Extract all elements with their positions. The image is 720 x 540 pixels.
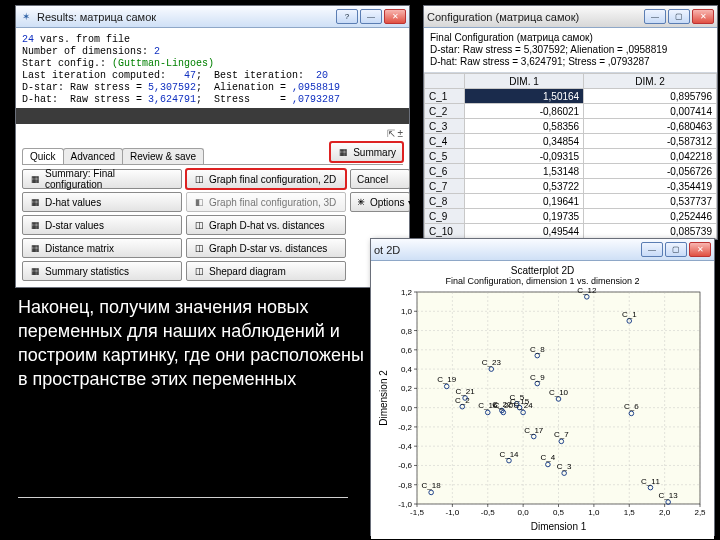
cell-dim2[interactable]: 0,007414	[584, 104, 717, 119]
svg-text:-0,8: -0,8	[398, 481, 412, 490]
cell-dim2[interactable]: -0,587312	[584, 134, 717, 149]
cell-dim2[interactable]: 0,252446	[584, 209, 717, 224]
distance-matrix-button[interactable]: ▦Distance matrix	[22, 238, 182, 258]
scatterplot-svg: -1,5-1,0-0,50,00,51,01,52,02,5-1,0-0,8-0…	[375, 288, 710, 534]
graph-dstar-button[interactable]: ◫Graph D-star vs. distances	[186, 238, 346, 258]
cell-dim2[interactable]: 0,537737	[584, 194, 717, 209]
row-header[interactable]: C_5	[425, 149, 465, 164]
minimize-button[interactable]: —	[360, 9, 382, 24]
row-header[interactable]: C_3	[425, 119, 465, 134]
cell-dim1[interactable]: -0,86021	[465, 104, 584, 119]
svg-text:C_6: C_6	[624, 402, 639, 411]
cell-dim1[interactable]: 0,53722	[465, 179, 584, 194]
row-header[interactable]: C_2	[425, 104, 465, 119]
table-row[interactable]: C_5-0,093150,042218	[425, 149, 717, 164]
svg-text:-1,5: -1,5	[410, 508, 424, 517]
column-header[interactable]: DIM. 1	[465, 74, 584, 89]
row-header[interactable]: C_8	[425, 194, 465, 209]
row-header[interactable]: C_10	[425, 224, 465, 239]
cell-dim2[interactable]: 0,042218	[584, 149, 717, 164]
cell-dim1[interactable]: 0,49544	[465, 224, 584, 239]
svg-text:0,5: 0,5	[553, 508, 565, 517]
svg-text:C_3: C_3	[557, 462, 572, 471]
close-button[interactable]: ✕	[689, 242, 711, 257]
column-header[interactable]	[425, 74, 465, 89]
column-header[interactable]: DIM. 2	[584, 74, 717, 89]
cancel-button[interactable]: Cancel	[350, 169, 410, 189]
caption-text: Наконец, получим значения новых переменн…	[18, 295, 368, 391]
graph-2d-button[interactable]: ◫Graph final configuration, 2D	[186, 169, 346, 189]
table-row[interactable]: C_61,53148-0,056726	[425, 164, 717, 179]
row-header[interactable]: C_4	[425, 134, 465, 149]
options-button[interactable]: ⛯Options ▾	[350, 192, 410, 212]
cell-dim1[interactable]: 0,58356	[465, 119, 584, 134]
cell-dim1[interactable]: 0,34854	[465, 134, 584, 149]
table-row[interactable]: C_11,501640,895796	[425, 89, 717, 104]
maximize-button[interactable]: ▢	[668, 9, 690, 24]
graph-3d-button[interactable]: ◧Graph final configuration, 3D	[186, 192, 346, 212]
chart-icon: ◫	[193, 243, 205, 253]
minimize-button[interactable]: —	[644, 9, 666, 24]
cell-dim2[interactable]: -0,354419	[584, 179, 717, 194]
tab-advanced[interactable]: Advanced	[63, 148, 123, 164]
svg-text:C_21: C_21	[456, 387, 476, 396]
graph-dhat-button[interactable]: ◫Graph D-hat vs. distances	[186, 215, 346, 235]
summary-stats-button[interactable]: ▦Summary statistics	[22, 261, 182, 281]
expand-icon[interactable]: ±	[398, 128, 404, 139]
help-button[interactable]: ?	[336, 9, 358, 24]
svg-text:C_17: C_17	[524, 426, 544, 435]
svg-text:C_24: C_24	[514, 401, 534, 410]
summary-button[interactable]: ▦ Summary	[330, 142, 403, 162]
svg-text:-0,2: -0,2	[398, 423, 412, 432]
shepard-diagram-button[interactable]: ◫Shepard diagram	[186, 261, 346, 281]
cell-dim2[interactable]: 0,085739	[584, 224, 717, 239]
svg-text:C_22: C_22	[492, 400, 512, 409]
maximize-button[interactable]: ▢	[665, 242, 687, 257]
svg-text:2,5: 2,5	[694, 508, 706, 517]
row-header[interactable]: C_6	[425, 164, 465, 179]
table-row[interactable]: C_2-0,860210,007414	[425, 104, 717, 119]
table-row[interactable]: C_80,196410,537737	[425, 194, 717, 209]
pin-icon[interactable]: ⇱	[387, 128, 395, 139]
svg-text:-0,4: -0,4	[398, 442, 412, 451]
table-row[interactable]: C_40,34854-0,587312	[425, 134, 717, 149]
results-title: Results: матрица самок	[37, 11, 336, 23]
scatter-titlebar[interactable]: ot 2D — ▢ ✕	[371, 239, 714, 261]
config-table[interactable]: DIM. 1DIM. 2 C_11,501640,895796C_2-0,860…	[424, 73, 717, 239]
cell-dim1[interactable]: 0,19735	[465, 209, 584, 224]
tab-quick[interactable]: Quick	[22, 148, 64, 164]
svg-text:0,0: 0,0	[401, 404, 413, 413]
tab-review-save[interactable]: Review & save	[122, 148, 204, 164]
config-titlebar[interactable]: Configuration (матрица самок) — ▢ ✕	[424, 6, 717, 28]
svg-text:-0,6: -0,6	[398, 461, 412, 470]
cell-dim1[interactable]: 0,19641	[465, 194, 584, 209]
dhat-values-button[interactable]: ▦D-hat values	[22, 192, 182, 212]
summary-button-label: Summary	[353, 147, 396, 158]
svg-text:0,8: 0,8	[401, 327, 413, 336]
close-button[interactable]: ✕	[384, 9, 406, 24]
cell-dim1[interactable]: 1,50164	[465, 89, 584, 104]
table-row[interactable]: C_30,58356-0,680463	[425, 119, 717, 134]
summary-icon: ▦	[337, 147, 349, 157]
table-row[interactable]: C_100,495440,085739	[425, 224, 717, 239]
cell-dim2[interactable]: -0,056726	[584, 164, 717, 179]
table-row[interactable]: C_90,197350,252446	[425, 209, 717, 224]
cell-dim1[interactable]: -0,09315	[465, 149, 584, 164]
cell-dim2[interactable]: -0,680463	[584, 119, 717, 134]
svg-text:C_8: C_8	[530, 345, 545, 354]
minimize-button[interactable]: —	[641, 242, 663, 257]
dstar-values-button[interactable]: ▦D-star values	[22, 215, 182, 235]
chart-icon: ◫	[193, 220, 205, 230]
cell-dim2[interactable]: 0,895796	[584, 89, 717, 104]
svg-text:C_7: C_7	[554, 430, 569, 439]
table-row[interactable]: C_70,53722-0,354419	[425, 179, 717, 194]
row-header[interactable]: C_1	[425, 89, 465, 104]
cell-dim1[interactable]: 1,53148	[465, 164, 584, 179]
row-header[interactable]: C_7	[425, 179, 465, 194]
close-button[interactable]: ✕	[692, 9, 714, 24]
svg-text:C_13: C_13	[659, 491, 679, 500]
row-header[interactable]: C_9	[425, 209, 465, 224]
summary-final-config-button[interactable]: ▦Summary: Final configuration	[22, 169, 182, 189]
results-titlebar[interactable]: ✶ Results: матрица самок ? — ✕	[16, 6, 409, 28]
svg-text:0,0: 0,0	[518, 508, 530, 517]
